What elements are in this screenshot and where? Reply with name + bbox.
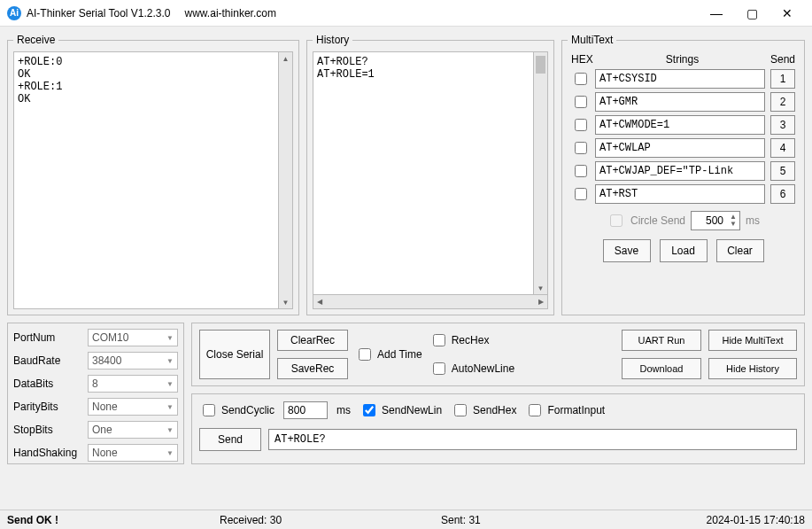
clear-rec-button[interactable]: ClearRec — [277, 330, 348, 351]
chevron-down-icon: ▼ — [166, 449, 174, 457]
chevron-down-icon: ▼ — [166, 357, 174, 365]
send-input[interactable] — [268, 429, 797, 450]
history-scrollbar-h[interactable]: ◀ ▶ — [313, 295, 548, 309]
handshaking-combo[interactable]: None▼ — [88, 444, 178, 462]
receive-text[interactable]: +ROLE:0 OK +ROLE:1 OK — [13, 51, 279, 309]
titlebar: Ai AI-Thinker Serial Tool V1.2.3.0 www.a… — [0, 0, 812, 27]
mt-string-input[interactable] — [595, 184, 765, 204]
mt-hex-checkbox[interactable] — [575, 119, 587, 131]
close-button[interactable]: ✕ — [769, 1, 805, 26]
mt-string-input[interactable] — [595, 92, 765, 112]
send-hex-checkbox[interactable] — [454, 404, 467, 416]
mt-string-input[interactable] — [595, 138, 765, 158]
paritybits-combo[interactable]: None▼ — [88, 398, 178, 416]
mt-load-button[interactable]: Load — [660, 239, 708, 262]
mt-row: 6 — [568, 184, 799, 204]
mt-hex-checkbox[interactable] — [575, 188, 587, 200]
receive-scrollbar[interactable]: ▲ ▼ — [279, 51, 293, 309]
databits-combo[interactable]: 8▼ — [88, 375, 178, 393]
receive-panel: Receive +ROLE:0 OK +ROLE:1 OK ▲ ▼ — [7, 34, 299, 315]
mt-row: 3 — [568, 115, 799, 135]
chevron-down-icon: ▼ — [166, 380, 174, 388]
format-input-checkbox[interactable] — [529, 404, 541, 416]
status-sent: Sent: 31 — [441, 514, 707, 526]
cyclic-ms-input[interactable] — [283, 401, 328, 419]
mt-hex-checkbox[interactable] — [575, 165, 587, 177]
minimize-button[interactable]: — — [699, 1, 734, 26]
scroll-left-icon[interactable]: ◀ — [313, 298, 326, 306]
download-button[interactable]: Download — [622, 358, 701, 379]
mt-send-button[interactable]: 5 — [770, 161, 795, 181]
save-rec-button[interactable]: SaveRec — [277, 358, 348, 379]
baudrate-combo[interactable]: 38400▼ — [88, 352, 178, 370]
statusbar: Send OK ! Received: 30 Sent: 31 2024-01-… — [0, 510, 812, 529]
scroll-down-icon[interactable]: ▼ — [534, 282, 547, 294]
chevron-down-icon: ▼ — [166, 426, 174, 434]
scroll-right-icon[interactable]: ▶ — [535, 298, 547, 306]
chevron-down-icon: ▼ — [166, 403, 174, 411]
mt-send-button[interactable]: 6 — [770, 184, 795, 204]
send-cyclic-checkbox[interactable] — [203, 404, 215, 416]
portnum-combo[interactable]: COM10▼ — [88, 329, 178, 346]
scroll-down-icon[interactable]: ▼ — [279, 296, 292, 308]
mt-save-button[interactable]: Save — [603, 239, 651, 262]
rec-hex-label: RecHex — [452, 334, 490, 346]
chevron-down-icon: ▼ — [166, 334, 174, 342]
mt-string-input[interactable] — [595, 115, 765, 135]
multitext-legend: MultiText — [568, 34, 616, 46]
stopbits-combo[interactable]: One▼ — [88, 421, 178, 439]
auto-newline-label: AutoNewLine — [452, 362, 514, 375]
mt-row: 5 — [568, 161, 799, 181]
send-hex-label: SendHex — [473, 404, 516, 416]
history-legend: History — [313, 34, 352, 46]
mt-send-button[interactable]: 3 — [770, 115, 795, 135]
history-text[interactable]: AT+ROLE? AT+ROLE=1 — [313, 51, 534, 295]
send-newline-checkbox[interactable] — [363, 404, 375, 416]
mt-send-button[interactable]: 4 — [770, 138, 795, 158]
add-time-label: Add Time — [377, 348, 422, 361]
receive-legend: Receive — [13, 34, 58, 46]
spinner-icon[interactable]: ▲▼ — [727, 214, 739, 228]
title-app: AI-Thinker Serial Tool V1.2.3.0 — [27, 7, 171, 19]
port-settings-panel: PortNum COM10▼ BaudRate 38400▼ DataBits … — [7, 323, 184, 464]
mt-send-button[interactable]: 2 — [770, 92, 795, 112]
circle-send-value[interactable] — [692, 212, 727, 229]
baudrate-label: BaudRate — [13, 354, 84, 367]
mt-string-input[interactable] — [595, 69, 765, 89]
mt-row: 2 — [568, 92, 799, 112]
send-panel: SendCyclic ms SendNewLin SendHex FormatI… — [191, 393, 805, 464]
mt-clear-button[interactable]: Clear — [716, 239, 764, 262]
mt-hex-checkbox[interactable] — [575, 73, 587, 85]
scroll-up-icon[interactable]: ▲ — [279, 52, 292, 65]
add-time-checkbox[interactable] — [359, 348, 371, 361]
mt-string-input[interactable] — [595, 161, 765, 181]
mt-header-send: Send — [770, 53, 795, 66]
mt-send-button[interactable]: 1 — [770, 69, 795, 89]
circle-send-checkbox[interactable] — [610, 214, 623, 227]
title-url: www.ai-thinker.com — [185, 7, 276, 19]
rec-hex-checkbox[interactable] — [433, 334, 445, 346]
send-cyclic-label: SendCyclic — [221, 404, 275, 416]
hide-history-button[interactable]: Hide History — [708, 358, 797, 379]
mt-header-hex: HEX — [571, 53, 594, 66]
format-input-label: FormatInput — [547, 404, 605, 416]
send-newline-label: SendNewLin — [382, 404, 442, 416]
paritybits-label: ParityBits — [13, 401, 84, 413]
maximize-button[interactable]: ▢ — [734, 1, 769, 26]
history-scrollbar-v[interactable]: ▲ ▼ — [534, 51, 548, 295]
auto-newline-checkbox[interactable] — [433, 362, 445, 375]
mt-row: 1 — [568, 69, 799, 89]
multitext-panel: MultiText HEX Strings Send 123456 Circle… — [561, 34, 805, 315]
status-message: Send OK ! — [7, 514, 220, 526]
history-panel: History AT+ROLE? AT+ROLE=1 ▲ ▼ ◀ ▶ — [306, 34, 554, 315]
handshaking-label: HandShaking — [13, 447, 84, 459]
send-button[interactable]: Send — [199, 428, 261, 451]
uart-run-button[interactable]: UART Run — [622, 330, 701, 351]
mt-hex-checkbox[interactable] — [575, 96, 587, 108]
hide-multitext-button[interactable]: Hide MultiText — [708, 330, 797, 351]
mt-hex-checkbox[interactable] — [575, 142, 587, 154]
status-received: Received: 30 — [220, 514, 441, 526]
cyclic-unit: ms — [336, 404, 351, 416]
toolbar-panel: Close Serial ClearRec SaveRec Add Time R… — [191, 323, 805, 386]
close-serial-button[interactable]: Close Serial — [199, 330, 270, 379]
